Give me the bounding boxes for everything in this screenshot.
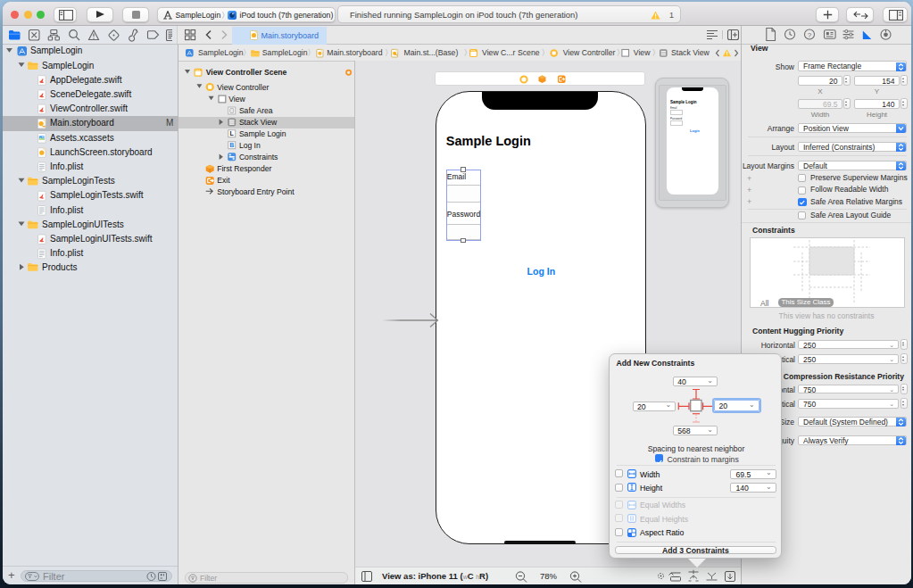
svg-text:L: L	[230, 130, 235, 137]
svg-text:B: B	[229, 142, 234, 148]
svg-text:?: ?	[808, 31, 812, 39]
svg-text:78%: 78%	[540, 571, 558, 581]
svg-text:View as: iPhone 11 (wC hR): View as: iPhone 11 (wC hR)	[382, 571, 488, 581]
